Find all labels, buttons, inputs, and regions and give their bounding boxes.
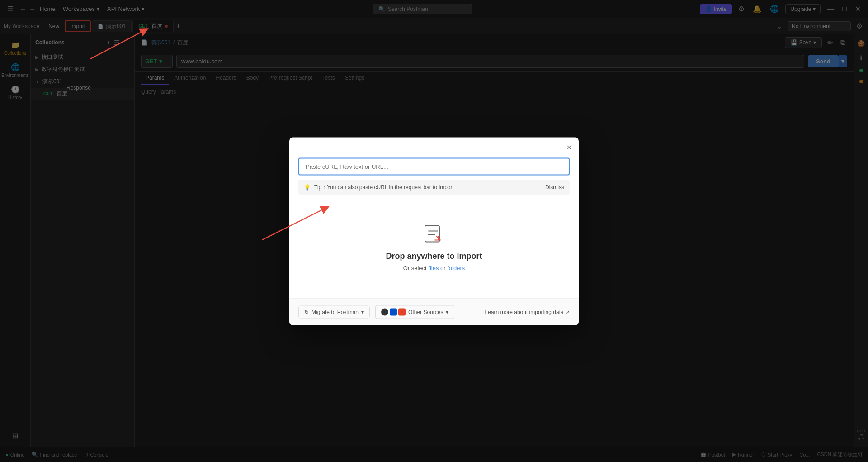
modal-header: × [289, 137, 579, 152]
external-link-icon: ↗ [565, 309, 570, 315]
github-icon [381, 308, 388, 315]
import-input[interactable] [298, 157, 570, 175]
modal-close-button[interactable]: × [566, 143, 571, 152]
files-link[interactable]: files [428, 264, 439, 271]
drop-icon [423, 222, 445, 248]
tip-icon: 💡 [304, 184, 311, 191]
drop-title: Drop anywhere to import [386, 251, 482, 261]
modal-tip: 💡 Tip：You can also paste cURL in the req… [298, 180, 570, 195]
svg-rect-0 [425, 225, 439, 242]
drop-area[interactable]: Drop anywhere to import Or select files … [298, 195, 570, 298]
folders-link[interactable]: folders [447, 264, 465, 271]
migrate-to-postman-button[interactable]: ↻ Migrate to Postman ▾ [298, 305, 370, 318]
dismiss-button[interactable]: Dismiss [545, 184, 564, 191]
gitlab-icon [398, 308, 406, 315]
modal-body: 💡 Tip：You can also paste cURL in the req… [289, 152, 579, 298]
other-sources-chevron: ▾ [446, 309, 448, 315]
learn-more: Learn more about importing data ↗ [485, 309, 570, 315]
import-modal: × 💡 Tip：You can also paste cURL in the r… [289, 137, 579, 325]
tip-text: Tip：You can also paste cURL in the reque… [314, 183, 454, 191]
migrate-icon: ↻ [304, 309, 309, 315]
drop-sub: Or select files or folders [403, 264, 465, 271]
other-sources-button[interactable]: Other Sources ▾ [375, 305, 454, 319]
modal-footer: ↻ Migrate to Postman ▾ Other Sources ▾ L… [289, 298, 579, 325]
source-icons [381, 308, 406, 315]
bitbucket-icon [390, 308, 397, 315]
importing-data-link[interactable]: importing data [529, 309, 564, 315]
migrate-chevron: ▾ [361, 309, 364, 315]
